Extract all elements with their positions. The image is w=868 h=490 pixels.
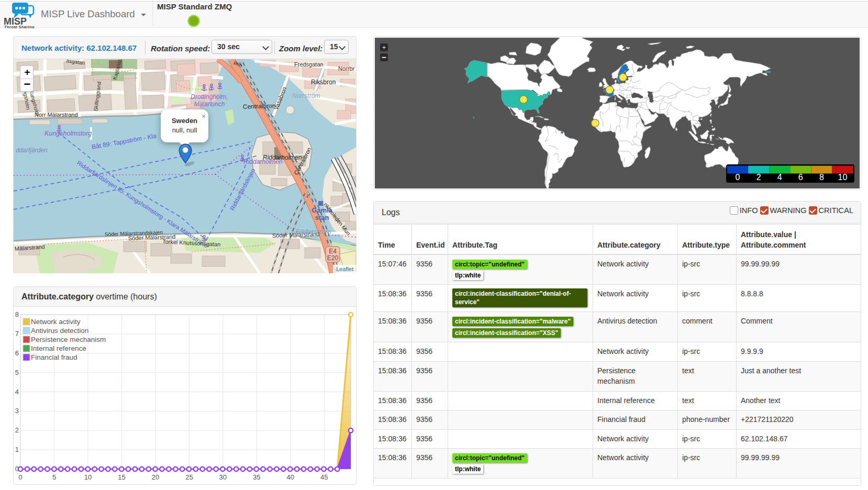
svg-text:15: 15 [118, 473, 125, 481]
svg-text:Fredsgatan: Fredsgatan [294, 61, 324, 68]
svg-text:E20: E20 [327, 254, 339, 262]
svg-text:+: + [382, 44, 386, 51]
svg-text:Norrbr: Norrbr [338, 65, 355, 72]
svg-text:10: 10 [84, 473, 92, 481]
svg-text:6: 6 [798, 173, 803, 182]
svg-text:Centralbron: Centralbron [243, 102, 276, 110]
svg-text:35: 35 [253, 473, 260, 481]
svg-text:40: 40 [287, 473, 294, 481]
svg-text:ddarfjärden: ddarfjärden [16, 147, 48, 154]
svg-text:Norrström: Norrström [292, 92, 320, 99]
svg-text:5: 5 [15, 369, 19, 376]
svg-text:10: 10 [838, 173, 848, 182]
svg-text:25: 25 [185, 473, 193, 481]
svg-text:20: 20 [152, 473, 159, 481]
svg-text:Persistence mechanism: Persistence mechanism [31, 336, 106, 343]
svg-text:30: 30 [219, 473, 227, 481]
svg-text:Internal reference: Internal reference [31, 344, 86, 352]
svg-text:Söderström: Söderström [296, 228, 331, 236]
svg-text:2: 2 [756, 173, 761, 182]
svg-text:E4: E4 [329, 248, 337, 255]
svg-text:Riksbron: Riksbron [311, 79, 336, 86]
svg-text:Riddarholmen: Riddarholmen [243, 158, 283, 165]
svg-text:Norr Mälarstrand: Norr Mälarstrand [35, 112, 78, 118]
svg-text:stan: stan [315, 214, 329, 221]
svg-text:4: 4 [777, 173, 782, 182]
svg-text:6: 6 [15, 349, 19, 357]
svg-text:Antivirus detection: Antivirus detection [31, 327, 88, 335]
svg-text:8: 8 [15, 310, 19, 318]
svg-text:Network activity: Network activity [31, 318, 81, 326]
svg-text:1: 1 [15, 446, 19, 453]
svg-text:Drottingholm,: Drottingholm, [191, 93, 228, 101]
svg-text:4: 4 [15, 388, 19, 396]
svg-text:5: 5 [52, 473, 56, 481]
svg-text:Mälarlunch: Mälarlunch [194, 101, 225, 108]
svg-text:Threat Sharing: Threat Sharing [4, 25, 35, 29]
svg-text:8: 8 [819, 173, 824, 182]
svg-text:Kungsholmstorg: Kungsholmstorg [44, 130, 92, 137]
svg-text:0: 0 [18, 473, 22, 481]
svg-text:0: 0 [15, 465, 19, 473]
svg-text:0: 0 [736, 173, 740, 182]
svg-text:45: 45 [320, 473, 328, 481]
svg-text:3: 3 [15, 407, 19, 415]
svg-text:Financial fraud: Financial fraud [31, 353, 77, 361]
svg-text:Leaflet: Leaflet [336, 266, 353, 272]
svg-text:2: 2 [15, 426, 19, 434]
svg-text:Gamla: Gamla [311, 206, 333, 214]
svg-text:7: 7 [15, 330, 19, 338]
